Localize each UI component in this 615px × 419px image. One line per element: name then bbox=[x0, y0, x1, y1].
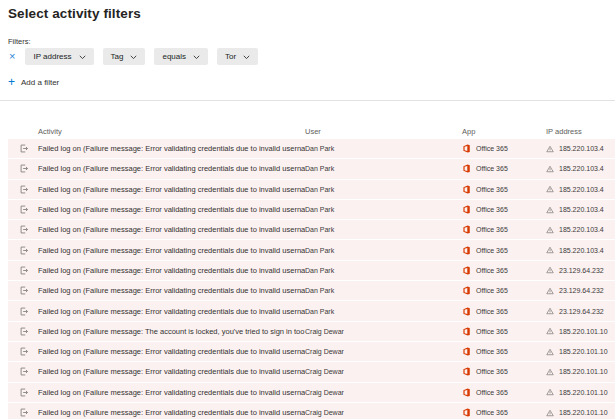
table-header: Activity User App IP address bbox=[8, 123, 615, 139]
app-name: Office 365 bbox=[476, 145, 508, 152]
column-header-app: App bbox=[462, 127, 546, 136]
table-row[interactable]: Failed log on (Failure message: Error va… bbox=[8, 261, 615, 281]
activity-text: Failed log on (Failure message: Error va… bbox=[38, 144, 305, 153]
sign-out-icon bbox=[8, 407, 38, 418]
table-row[interactable]: Failed log on (Failure message: Error va… bbox=[8, 139, 615, 159]
user-name: Craig Dewar bbox=[305, 389, 462, 396]
filter-chip-operator[interactable]: equals bbox=[154, 48, 208, 65]
ip-address: 185.220.103.4 bbox=[559, 226, 604, 233]
activity-text: Failed log on (Failure message: The acco… bbox=[38, 327, 305, 336]
office365-icon bbox=[462, 144, 471, 153]
chevron-down-icon bbox=[130, 55, 137, 60]
filter-chip-label: Tor bbox=[225, 52, 236, 61]
chevron-down-icon bbox=[193, 55, 200, 60]
activity-text: Failed log on (Failure message: Error va… bbox=[38, 246, 305, 255]
filter-chip-type[interactable]: Tag bbox=[103, 48, 146, 65]
ip-address: 185.220.101.10 bbox=[559, 409, 608, 416]
app-name: Office 365 bbox=[476, 247, 508, 254]
warning-triangle-icon bbox=[546, 266, 554, 274]
office365-icon bbox=[462, 408, 471, 417]
plus-icon: + bbox=[8, 76, 15, 88]
ip-address: 185.220.103.4 bbox=[559, 145, 604, 152]
app-name: Office 365 bbox=[476, 348, 508, 355]
user-name: Dan Park bbox=[305, 206, 462, 213]
office365-icon bbox=[462, 185, 471, 194]
user-name: Dan Park bbox=[305, 247, 462, 254]
activity-text: Failed log on (Failure message: Error va… bbox=[38, 185, 305, 194]
user-name: Dan Park bbox=[305, 287, 462, 294]
activity-text: Failed log on (Failure message: Error va… bbox=[38, 205, 305, 214]
table-row[interactable]: Failed log on (Failure message: Error va… bbox=[8, 403, 615, 419]
warning-triangle-icon bbox=[546, 185, 554, 193]
warning-triangle-icon bbox=[546, 307, 554, 315]
filter-chip-label: equals bbox=[162, 52, 186, 61]
app-name: Office 365 bbox=[476, 226, 508, 233]
app-name: Office 365 bbox=[476, 267, 508, 274]
user-name: Dan Park bbox=[305, 308, 462, 315]
sign-out-icon bbox=[8, 184, 38, 195]
filter-chip-value[interactable]: Tor bbox=[217, 48, 258, 65]
section-divider bbox=[0, 100, 615, 101]
remove-filter-icon[interactable]: × bbox=[8, 49, 16, 64]
warning-triangle-icon bbox=[546, 206, 554, 214]
filter-chip-label: Tag bbox=[111, 52, 124, 61]
table-row[interactable]: Failed log on (Failure message: Error va… bbox=[8, 301, 615, 321]
table-row[interactable]: Failed log on (Failure message: Error va… bbox=[8, 342, 615, 362]
ip-address: 23.129.64.232 bbox=[559, 267, 604, 274]
ip-address: 185.220.101.10 bbox=[559, 328, 608, 335]
warning-triangle-icon bbox=[546, 246, 554, 254]
warning-triangle-icon bbox=[546, 368, 554, 376]
activity-text: Failed log on (Failure message: Error va… bbox=[38, 266, 305, 275]
table-row[interactable]: Failed log on (Failure message: Error va… bbox=[8, 362, 615, 382]
user-name: Dan Park bbox=[305, 165, 462, 172]
app-name: Office 365 bbox=[476, 206, 508, 213]
filter-chip-field[interactable]: IP address bbox=[25, 48, 93, 65]
office365-icon bbox=[462, 246, 471, 255]
app-name: Office 365 bbox=[476, 368, 508, 375]
filter-row: × IP address Tag equals Tor bbox=[8, 48, 258, 65]
table-row[interactable]: Failed log on (Failure message: Error va… bbox=[8, 200, 615, 220]
office365-icon bbox=[462, 388, 471, 397]
sign-out-icon bbox=[8, 285, 38, 296]
sign-out-icon bbox=[8, 204, 38, 215]
chevron-down-icon bbox=[79, 55, 86, 60]
activity-text: Failed log on (Failure message: Error va… bbox=[38, 307, 305, 316]
office365-icon bbox=[462, 286, 471, 295]
table-row[interactable]: Failed log on (Failure message: Error va… bbox=[8, 383, 615, 403]
warning-triangle-icon bbox=[546, 409, 554, 417]
ip-address: 185.220.101.10 bbox=[559, 389, 608, 396]
user-name: Craig Dewar bbox=[305, 348, 462, 355]
warning-triangle-icon bbox=[546, 226, 554, 234]
app-name: Office 365 bbox=[476, 287, 508, 294]
app-name: Office 365 bbox=[476, 328, 508, 335]
ip-address: 185.220.103.4 bbox=[559, 165, 604, 172]
sign-out-icon bbox=[8, 163, 38, 174]
activity-text: Failed log on (Failure message: Error va… bbox=[38, 388, 305, 397]
chevron-down-icon bbox=[243, 55, 250, 60]
office365-icon bbox=[462, 347, 471, 356]
warning-triangle-icon bbox=[546, 388, 554, 396]
table-row[interactable]: Failed log on (Failure message: Error va… bbox=[8, 180, 615, 200]
user-name: Dan Park bbox=[305, 267, 462, 274]
office365-icon bbox=[462, 225, 471, 234]
ip-address: 23.129.64.232 bbox=[559, 308, 604, 315]
user-name: Craig Dewar bbox=[305, 328, 462, 335]
office365-icon bbox=[462, 266, 471, 275]
table-row[interactable]: Failed log on (Failure message: Error va… bbox=[8, 220, 615, 240]
table-row[interactable]: Failed log on (Failure message: Error va… bbox=[8, 159, 615, 179]
ip-address: 185.220.103.4 bbox=[559, 247, 604, 254]
add-filter-button[interactable]: + Add a filter bbox=[8, 76, 59, 88]
sign-out-icon bbox=[8, 143, 38, 154]
office365-icon bbox=[462, 307, 471, 316]
table-row[interactable]: Failed log on (Failure message: Error va… bbox=[8, 240, 615, 260]
table-row[interactable]: Failed log on (Failure message: Error va… bbox=[8, 281, 615, 301]
add-filter-label: Add a filter bbox=[21, 78, 59, 87]
column-header-user: User bbox=[305, 127, 462, 136]
sign-out-icon bbox=[8, 366, 38, 377]
app-name: Office 365 bbox=[476, 186, 508, 193]
office365-icon bbox=[462, 367, 471, 376]
ip-address: 185.220.101.10 bbox=[559, 368, 608, 375]
sign-out-icon bbox=[8, 387, 38, 398]
activity-table: Failed log on (Failure message: Error va… bbox=[8, 139, 615, 419]
table-row[interactable]: Failed log on (Failure message: The acco… bbox=[8, 322, 615, 342]
